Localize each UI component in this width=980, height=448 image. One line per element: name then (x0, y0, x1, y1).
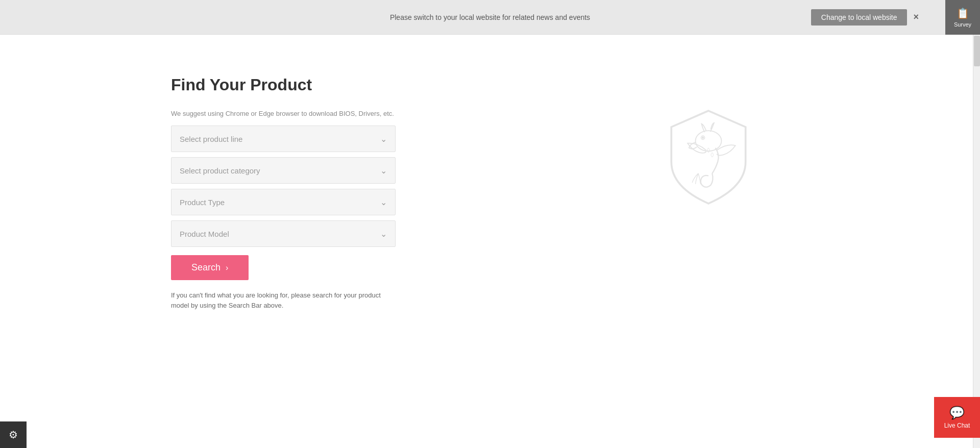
scrollbar-track[interactable] (973, 35, 980, 448)
product-model-placeholder: Product Model (180, 230, 229, 238)
svg-point-2 (702, 137, 703, 138)
product-category-dropdown[interactable]: Select product category ⌄ (171, 157, 396, 184)
product-category-placeholder: Select product category (180, 166, 260, 175)
change-website-button[interactable]: Change to local website (811, 9, 908, 26)
product-model-dropdown[interactable]: Product Model ⌄ (171, 220, 396, 247)
chevron-down-icon: ⌄ (380, 134, 387, 144)
survey-button[interactable]: 📋 Survey (945, 0, 980, 35)
product-type-placeholder: Product Type (180, 198, 225, 207)
product-line-placeholder: Select product line (180, 135, 242, 143)
form-section: Find Your Product We suggest using Chrom… (171, 76, 396, 417)
helper-text: If you can't find what you are looking f… (171, 290, 396, 310)
product-type-dropdown[interactable]: Product Type ⌄ (171, 189, 396, 215)
chevron-down-icon: ⌄ (380, 166, 387, 176)
msi-dragon-logo (657, 106, 760, 208)
live-chat-icon: 💬 (949, 406, 965, 420)
live-chat-label: Live Chat (944, 422, 970, 429)
live-chat-button[interactable]: 💬 Live Chat (934, 397, 980, 438)
logo-section (436, 76, 980, 417)
banner-actions: Change to local website × (811, 9, 919, 26)
search-label: Search (191, 262, 220, 273)
product-line-dropdown[interactable]: Select product line ⌄ (171, 126, 396, 152)
main-content: Find Your Product We suggest using Chrom… (0, 35, 980, 448)
page-title: Find Your Product (171, 76, 396, 94)
gear-icon: ⚙ (9, 429, 18, 441)
search-arrow-icon: › (226, 263, 228, 272)
survey-label: Survey (954, 21, 971, 28)
top-banner: Please switch to your local website for … (0, 0, 980, 35)
survey-icon: 📋 (957, 7, 969, 19)
scrollbar-thumb[interactable] (974, 36, 980, 66)
search-button[interactable]: Search › (171, 255, 249, 280)
close-banner-button[interactable]: × (913, 12, 919, 22)
banner-text: Please switch to your local website for … (390, 13, 590, 21)
chevron-down-icon: ⌄ (380, 229, 387, 239)
chevron-down-icon: ⌄ (380, 197, 387, 207)
cookie-settings-button[interactable]: ⚙ (0, 421, 27, 448)
suggestion-text: We suggest using Chrome or Edge browser … (171, 110, 396, 117)
